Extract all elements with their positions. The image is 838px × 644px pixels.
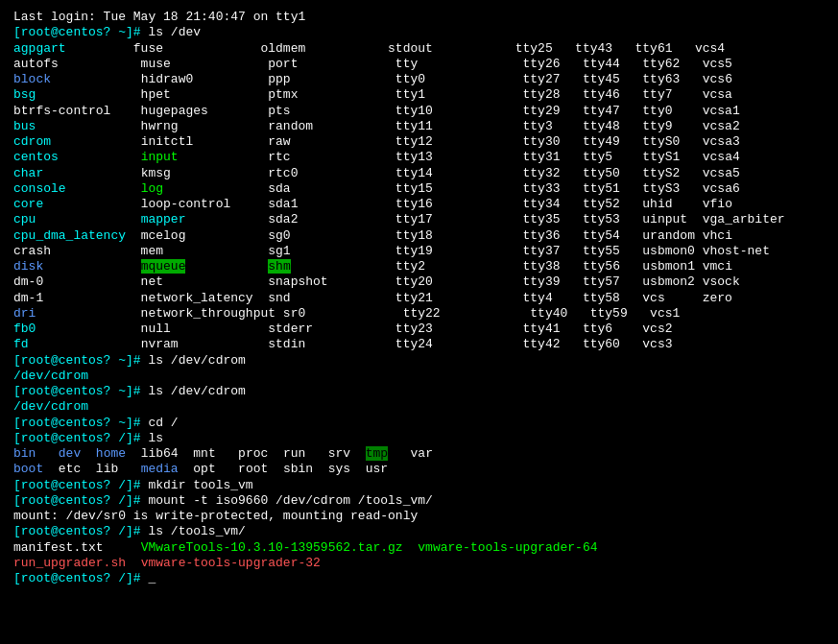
line-34: [root@centos? /]# ls /tools_vm/ <box>13 524 825 539</box>
line-11: char kmsg rtc0 tty14 tty32 tty50 ttyS2 v… <box>13 166 825 181</box>
line-28: [root@centos? /]# ls <box>13 431 825 446</box>
line-21: fb0 null stderr tty23 tty41 tty6 vcs2 <box>13 322 825 337</box>
line-1: Last login: Tue May 18 21:40:47 on tty1 <box>13 10 825 25</box>
line-8: bus hwrng random tty11 tty3 tty48 tty9 v… <box>13 119 825 134</box>
line-18: dm-0 net snapshot tty20 tty39 tty57 usbm… <box>13 274 825 290</box>
line-29: bin dev home lib64 mnt proc run srv tmp … <box>13 446 825 462</box>
line-13: core loop-control sda1 tty16 tty34 tty52… <box>13 197 825 212</box>
line-14: cpu mapper sda2 tty17 tty35 tty53 uinput… <box>13 212 825 227</box>
terminal-window[interactable]: Last login: Tue May 18 21:40:47 on tty1 … <box>0 0 838 644</box>
line-35: manifest.txt VMwareTools-10.3.10-1395956… <box>13 540 825 556</box>
line-25: [root@centos? ~]# ls /dev/cdrom <box>13 384 825 399</box>
line-17: disk mqueue shm tty2 tty38 tty56 usbmon1… <box>13 259 825 274</box>
line-20: dri network_throughput sr0 tty22 tty40 t… <box>13 306 825 322</box>
line-22: fd nvram stdin tty24 tty42 tty60 vcs3 <box>13 337 825 352</box>
line-33: mount: /dev/sr0 is write-protected, moun… <box>13 509 825 524</box>
line-16: crash mem sg1 tty19 tty37 tty55 usbmon0 … <box>13 244 825 259</box>
line-36: run_upgrader.sh vmware-tools-upgrader-32 <box>13 556 825 571</box>
line-37: [root@centos? /]# _ <box>13 571 825 586</box>
line-6: bsg hpet ptmx tty1 tty28 tty46 tty7 vcsa <box>13 87 825 103</box>
line-23: [root@centos? ~]# ls /dev/cdrom <box>13 353 825 369</box>
line-30: boot etc lib media opt root sbin sys usr <box>13 462 825 477</box>
line-32: [root@centos? /]# mount -t iso9660 /dev/… <box>13 493 825 509</box>
line-5: block hidraw0 ppp tty0 tty27 tty45 tty63… <box>13 72 825 87</box>
line-4: autofs muse port tty tty26 tty44 tty62 v… <box>13 57 825 72</box>
line-2: [root@centos? ~]# ls /dev <box>13 25 825 40</box>
line-3: agpgart fuse oldmem stdout tty25 tty43 t… <box>13 41 825 57</box>
line-10: centos input rtc tty13 tty31 tty5 ttyS1 … <box>13 150 825 165</box>
line-15: cpu_dma_latency mcelog sg0 tty18 tty36 t… <box>13 228 825 244</box>
line-7: btrfs-control hugepages pts tty10 tty29 … <box>13 104 825 119</box>
line-31: [root@centos? /]# mkdir tools_vm <box>13 478 825 493</box>
line-27: [root@centos? ~]# cd / <box>13 416 825 431</box>
line-24: /dev/cdrom <box>13 369 825 384</box>
line-19: dm-1 network_latency snd tty21 tty4 tty5… <box>13 291 825 306</box>
line-9: cdrom initctl raw tty12 tty30 tty49 ttyS… <box>13 134 825 150</box>
line-12: console log sda tty15 tty33 tty51 ttyS3 … <box>13 181 825 197</box>
line-26: /dev/cdrom <box>13 399 825 415</box>
